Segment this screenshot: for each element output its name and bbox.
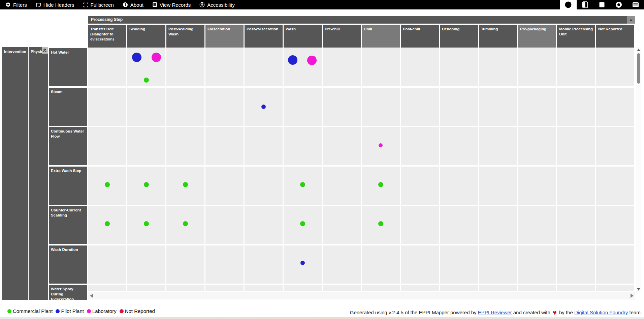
matrix-cell: [362, 88, 400, 126]
dsf-link[interactable]: Digital Solution Foundry: [574, 310, 628, 315]
filters-button[interactable]: Filters: [5, 2, 27, 8]
chevron-up-double-icon: [43, 48, 47, 53]
study-dot-pilot[interactable]: [132, 53, 141, 62]
matrix-cell: [362, 48, 400, 86]
matrix-cell: [323, 88, 361, 126]
matrix-cell: [596, 167, 634, 205]
scroll-up-icon[interactable]: [637, 49, 640, 51]
column-header: Wash: [284, 25, 322, 48]
split-circle-style-button[interactable]: [577, 0, 593, 9]
matrix-cell: [245, 167, 283, 205]
matrix-cell: [557, 127, 595, 165]
matrix-cell: [127, 88, 165, 126]
matrix-cell: [401, 206, 439, 244]
about-button[interactable]: About: [123, 2, 143, 8]
column-header: Scalding: [127, 25, 165, 48]
study-dot-commercial[interactable]: [144, 221, 149, 226]
matrix-cell: [440, 48, 478, 86]
donut-style-button[interactable]: [610, 0, 627, 9]
credit-line: Generated using v.2.4.5 of the EPPI Mapp…: [350, 309, 642, 317]
matrix-cell: [401, 48, 439, 86]
matrix-cell: [166, 127, 204, 165]
matrix-cell: [166, 245, 204, 284]
column-header: Pre-packaging: [518, 25, 556, 48]
square-style-button[interactable]: [593, 0, 610, 9]
matrix-cell: [401, 88, 439, 126]
study-dot-commercial[interactable]: [105, 221, 110, 226]
column-header: Pre-chill: [323, 25, 361, 48]
collapse-rows-button[interactable]: [42, 47, 48, 54]
credit-mid2: by the: [558, 310, 574, 315]
matrix-cell: [440, 167, 478, 205]
column-group-label: Processing Step: [91, 17, 123, 22]
matrix-cell: [557, 167, 595, 205]
row-header: Wash Duration: [49, 245, 87, 284]
matrix-cell: [596, 127, 634, 165]
legend-dot-laboratory: [87, 309, 91, 313]
matrix-cell: [401, 245, 439, 284]
study-dot-commercial[interactable]: [300, 221, 305, 226]
matrix-cell: [166, 88, 204, 126]
study-dot-commercial[interactable]: [105, 182, 110, 187]
study-dot-pilot[interactable]: [261, 105, 266, 109]
square-style-icon: [599, 1, 605, 8]
column-header: Tumbling: [479, 25, 517, 48]
study-dot-commercial[interactable]: [183, 182, 188, 187]
column-header: Deboning: [440, 25, 478, 48]
column-header: Evisceration: [205, 25, 244, 48]
matrix-cell: [127, 285, 165, 291]
matrix-cell: [440, 127, 478, 165]
study-dot-pilot[interactable]: [300, 261, 305, 265]
legend-item: Commercial Plant: [7, 308, 53, 314]
column-header: Not Reported: [596, 25, 634, 48]
matrix-cell: [596, 245, 634, 284]
filters-label: Filters: [13, 2, 27, 8]
vertical-scrollbar[interactable]: [636, 47, 641, 292]
horizontal-scrollbar[interactable]: [88, 292, 635, 299]
toolbar-left-group: Filters Hide Headers Fullscreen About Vi…: [0, 2, 560, 8]
study-dot-laboratory[interactable]: [307, 56, 317, 65]
collapse-columns-button[interactable]: «: [627, 16, 635, 24]
matrix-cell: [479, 206, 517, 244]
row-header: Hot Water: [49, 48, 87, 86]
column-header: Post-scalding Wash: [166, 25, 204, 48]
column-header: Post-chill: [401, 25, 439, 48]
matrix-cell: [596, 285, 634, 291]
study-dot-commercial[interactable]: [378, 221, 383, 226]
row-group-label: Intervention: [4, 50, 26, 54]
row-header: Counter-Current Scalding: [49, 206, 87, 244]
study-dot-commercial[interactable]: [144, 78, 149, 83]
scroll-right-icon[interactable]: [631, 294, 634, 298]
eppi-reviewer-link[interactable]: EPPI Reviewer: [478, 310, 512, 315]
view-records-icon: [152, 2, 157, 7]
credit-suffix: team.: [628, 310, 642, 315]
matrix-cell: [557, 206, 595, 244]
info-icon: [123, 2, 128, 7]
study-dot-laboratory[interactable]: [379, 143, 383, 147]
accessibility-button[interactable]: Accessibility: [199, 2, 235, 8]
matrix-cell: [518, 245, 556, 284]
view-records-button[interactable]: View Records: [152, 2, 191, 8]
matrix-cell: [440, 285, 478, 291]
study-dot-commercial[interactable]: [144, 182, 149, 187]
legend-label: Commercial Plant: [13, 308, 53, 314]
hide-headers-button[interactable]: Hide Headers: [36, 2, 74, 8]
study-dot-laboratory[interactable]: [152, 53, 161, 62]
matrix-cell: [323, 127, 361, 165]
circle-style-button[interactable]: [560, 0, 577, 9]
scroll-down-icon[interactable]: [637, 288, 640, 291]
scroll-left-icon[interactable]: [90, 294, 93, 298]
matrix-cell: [479, 167, 517, 205]
study-dot-commercial[interactable]: [378, 182, 383, 187]
study-dot-commercial[interactable]: [300, 182, 305, 187]
matrix-cell: [323, 285, 361, 291]
map-style-switcher: [560, 0, 644, 9]
fullscreen-button[interactable]: Fullscreen: [83, 2, 114, 8]
row-header: Water Spray During Evisceration: [49, 285, 87, 300]
vertical-scrollbar-thumb[interactable]: [637, 53, 640, 84]
study-dot-pilot[interactable]: [288, 55, 297, 65]
list-style-button[interactable]: [627, 0, 644, 9]
matrix-cell[interactable]: [284, 48, 322, 86]
study-dot-commercial[interactable]: [183, 221, 188, 226]
matrix-cell: [440, 245, 478, 284]
